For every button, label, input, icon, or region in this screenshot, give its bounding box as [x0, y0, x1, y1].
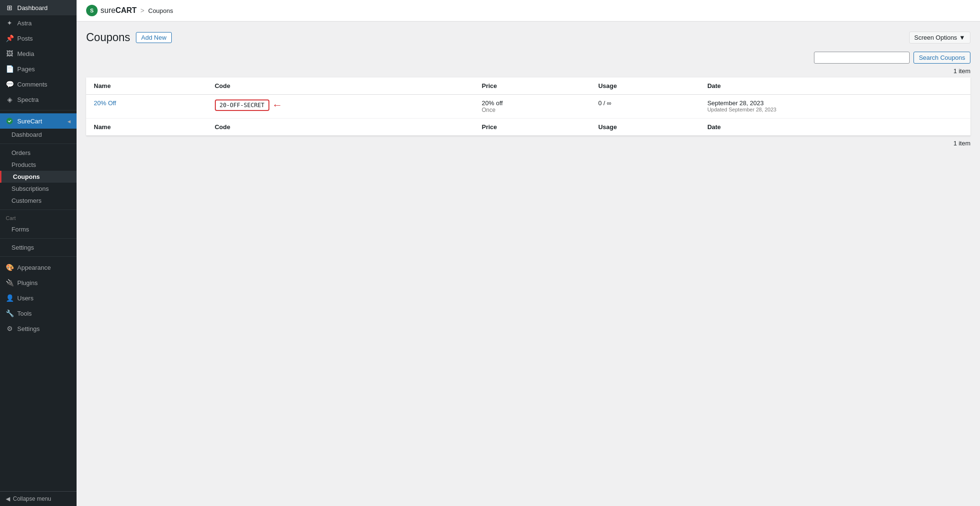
sidebar-item-comments[interactable]: 💬 Comments [0, 77, 77, 92]
col-header-date: Date [700, 77, 970, 95]
coupon-name-link[interactable]: 20% Off [94, 99, 116, 107]
sidebar-item-users[interactable]: 👤 Users [0, 290, 77, 306]
col-footer-date: Date [700, 119, 970, 136]
sidebar-item-plugins[interactable]: 🔌 Plugins [0, 275, 77, 290]
logo-cart: CART [115, 6, 136, 14]
table-row: 20% Off 20-OFF-SECRET ← 20% off Once 0 /… [86, 95, 970, 119]
settings-icon: ⚙ [6, 325, 13, 332]
col-footer-code: Code [207, 119, 474, 136]
surecart-logo-text: sureCART [100, 6, 137, 15]
sidebar: ⊞ Dashboard ✦ Astra 📌 Posts 🖼 Media 📄 Pa… [0, 0, 77, 506]
page-title-area: Coupons Add New [86, 31, 172, 44]
dashboard-icon: ⊞ [6, 4, 13, 11]
sidebar-item-settings[interactable]: ⚙ Settings [0, 321, 77, 336]
price-secondary: Once [482, 107, 583, 113]
breadcrumb-separator: > [141, 7, 145, 14]
col-header-name: Name [86, 77, 207, 95]
table-footer-row: Name Code Price Usage Date [86, 119, 970, 136]
col-footer-name: Name [86, 119, 207, 136]
sidebar-item-astra[interactable]: ✦ Astra [0, 15, 77, 31]
cell-code: 20-OFF-SECRET ← [207, 95, 474, 119]
breadcrumb-page: Coupons [148, 7, 173, 14]
screen-options-label: Screen Options [914, 34, 958, 41]
surecart-logo: S sureCART [86, 5, 137, 16]
comments-icon: 💬 [6, 80, 13, 88]
collapse-icon: ◀ [6, 495, 10, 502]
posts-icon: 📌 [6, 34, 13, 42]
sidebar-item-label: Posts [17, 35, 33, 42]
sidebar-surecart-label: SureCart [17, 118, 42, 125]
page-content-area: Coupons Add New Screen Options ▼ Search … [77, 22, 980, 506]
sidebar-sub-forms[interactable]: Forms [0, 223, 77, 235]
sidebar-item-label: Plugins [17, 279, 38, 286]
search-area: Search Coupons [86, 52, 970, 64]
logo-sure: sure [100, 6, 115, 14]
tools-icon: 🔧 [6, 309, 13, 317]
code-arrow-container: 20-OFF-SECRET ← [215, 99, 283, 111]
pages-icon: 📄 [6, 65, 13, 73]
sidebar-item-label: Spectra [17, 96, 39, 103]
col-header-usage: Usage [590, 77, 700, 95]
coupon-code-badge: 20-OFF-SECRET [215, 99, 269, 111]
sidebar-cart-label: Cart [0, 213, 77, 223]
main-content: S sureCART > Coupons Coupons Add New Scr… [77, 0, 980, 506]
collapse-label: Collapse menu [13, 495, 51, 502]
sidebar-sub-settings-surecart[interactable]: Settings [0, 242, 77, 253]
sidebar-item-label: Media [17, 50, 34, 57]
sidebar-item-appearance[interactable]: 🎨 Appearance [0, 260, 77, 275]
sidebar-item-label: Users [17, 295, 33, 302]
cell-price: 20% off Once [474, 95, 590, 119]
price-primary: 20% off [482, 99, 583, 107]
sidebar-item-pages[interactable]: 📄 Pages [0, 61, 77, 77]
sidebar-item-posts[interactable]: 📌 Posts [0, 31, 77, 46]
appearance-icon: 🎨 [6, 264, 13, 271]
col-footer-price: Price [474, 119, 590, 136]
item-count-bottom: 1 item [86, 140, 970, 147]
plugins-icon: 🔌 [6, 279, 13, 286]
surecart-chevron-icon: ◂ [67, 118, 71, 125]
date-primary: September 28, 2023 [707, 99, 963, 107]
sidebar-item-label: Comments [17, 81, 47, 88]
page-title: Coupons [86, 31, 130, 44]
sidebar-sub-customers[interactable]: Customers [0, 195, 77, 207]
media-icon: 🖼 [6, 50, 13, 57]
users-icon: 👤 [6, 294, 13, 302]
cell-name: 20% Off [86, 95, 207, 119]
spectra-icon: ◈ [6, 96, 13, 103]
astra-icon: ✦ [6, 19, 13, 27]
sidebar-item-spectra[interactable]: ◈ Spectra [0, 92, 77, 107]
table-body: 20% Off 20-OFF-SECRET ← 20% off Once 0 /… [86, 95, 970, 136]
sidebar-item-dashboard-top[interactable]: ⊞ Dashboard [0, 0, 77, 15]
sidebar-item-media[interactable]: 🖼 Media [0, 46, 77, 61]
sidebar-sub-products[interactable]: Products [0, 159, 77, 171]
sidebar-item-label: Dashboard [17, 4, 48, 11]
search-coupons-button[interactable]: Search Coupons [913, 52, 970, 64]
col-footer-usage: Usage [590, 119, 700, 136]
screen-options-chevron-icon: ▼ [959, 34, 965, 41]
table-header-row: Name Code Price Usage Date [86, 77, 970, 95]
sidebar-sub-orders[interactable]: Orders [0, 147, 77, 159]
sidebar-item-label: Pages [17, 66, 35, 73]
search-input[interactable] [814, 52, 910, 64]
coupons-table: Name Code Price Usage Date 20% Off 20-OF… [86, 77, 970, 136]
surecart-icon [6, 117, 13, 125]
sidebar-sub-dashboard[interactable]: Dashboard [0, 129, 77, 141]
page-header: Coupons Add New Screen Options ▼ [86, 31, 970, 44]
sidebar-item-label: Astra [17, 20, 32, 27]
sidebar-item-label: Tools [17, 310, 32, 317]
table-header: Name Code Price Usage Date [86, 77, 970, 95]
add-new-button[interactable]: Add New [136, 32, 172, 43]
svg-point-0 [6, 118, 12, 124]
item-count-top: 1 item [86, 67, 970, 75]
screen-options-button[interactable]: Screen Options ▼ [909, 32, 970, 44]
cell-date: September 28, 2023 Updated September 28,… [700, 95, 970, 119]
sidebar-sub-coupons[interactable]: Coupons [0, 171, 77, 183]
sidebar-item-tools[interactable]: 🔧 Tools [0, 306, 77, 321]
collapse-menu-button[interactable]: ◀ Collapse menu [0, 491, 77, 506]
annotation-arrow: ← [272, 100, 283, 110]
sidebar-item-surecart[interactable]: SureCart ◂ [0, 113, 77, 129]
sidebar-sub-subscriptions[interactable]: Subscriptions [0, 183, 77, 195]
date-secondary: Updated September 28, 2023 [707, 107, 963, 112]
top-bar: S sureCART > Coupons [77, 0, 980, 22]
col-header-price: Price [474, 77, 590, 95]
